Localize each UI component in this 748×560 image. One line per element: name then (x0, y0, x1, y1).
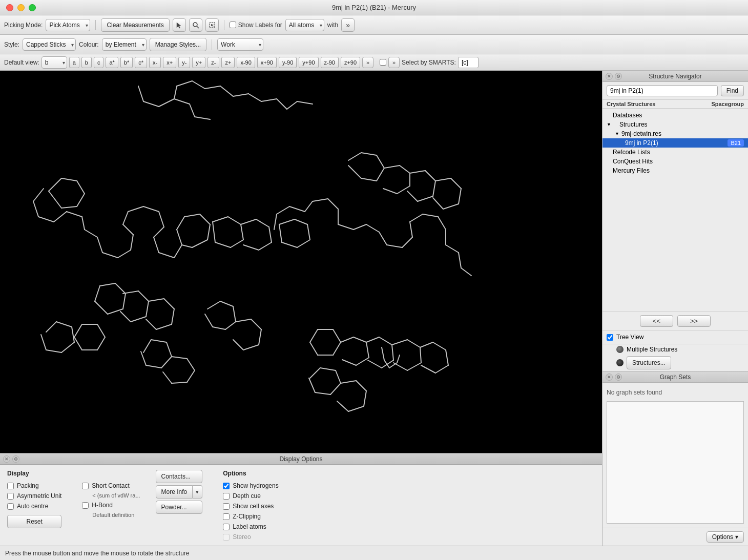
maximize-button[interactable] (29, 4, 36, 11)
struct-nav-gear[interactable]: ⚙ (615, 73, 622, 80)
view-z90[interactable]: z+90 (341, 57, 360, 68)
minimize-button[interactable] (17, 4, 25, 11)
svg-line-171 (205, 314, 213, 327)
next-button[interactable]: >> (677, 315, 711, 327)
auto-centre-checkbox[interactable] (7, 503, 14, 510)
svg-line-55 (241, 224, 243, 240)
style-select[interactable]: Capped Sticks (23, 38, 76, 51)
databases-label: Databases (613, 112, 642, 119)
view-xminus[interactable]: x- (149, 57, 161, 68)
show-cell-axes-checkbox[interactable] (223, 503, 230, 510)
tree-item-refcode[interactable]: Refcode Lists (602, 148, 748, 157)
tree-item-9mj-selected[interactable]: 9mj in P2(1) B21 (602, 138, 748, 148)
z-clipping-label[interactable]: Z-Clipping (223, 513, 278, 520)
colour-select[interactable]: by Element (102, 38, 147, 51)
auto-centre-checkbox-label[interactable]: Auto centre (7, 503, 61, 510)
view-astar[interactable]: a* (106, 57, 118, 68)
show-labels-select[interactable]: All atoms (285, 19, 324, 31)
svg-line-25 (49, 191, 61, 208)
svg-line-29 (54, 212, 67, 222)
view-cstar[interactable]: c* (135, 57, 147, 68)
view-x-90[interactable]: x-90 (237, 57, 255, 68)
view-xplus[interactable]: x+ (163, 57, 176, 68)
close-button[interactable] (6, 4, 13, 11)
view-bstar[interactable]: b* (120, 57, 133, 68)
packing-checkbox[interactable] (7, 483, 14, 489)
hbond-checkbox-label[interactable]: H-Bond (82, 502, 140, 509)
view-c[interactable]: c (94, 57, 104, 68)
smarts-checkbox[interactable] (380, 59, 386, 66)
powder-button[interactable]: Powder... (156, 501, 203, 514)
view-yminus[interactable]: y- (178, 57, 190, 68)
show-hydrogens-checkbox[interactable] (223, 483, 230, 489)
asymmetric-unit-checkbox[interactable] (7, 493, 14, 500)
view-zminus[interactable]: z- (207, 57, 219, 68)
short-contact-checkbox-label[interactable]: Short Contact (82, 482, 140, 489)
search-icon-btn[interactable] (189, 18, 202, 32)
select-icon-btn[interactable] (205, 18, 219, 32)
tree-item-9mj-detwin[interactable]: ▼ 9mj-detwin.res (602, 129, 748, 138)
svg-line-4 (143, 101, 159, 107)
structures-button[interactable]: Structures... (627, 356, 671, 369)
show-labels-checkbox[interactable] (230, 22, 236, 28)
tree-item-structures[interactable]: ▼ Structures (602, 120, 748, 129)
svg-line-106 (146, 319, 156, 329)
view-x90[interactable]: x+90 (257, 57, 277, 68)
display-options-close[interactable]: ✕ (3, 455, 10, 463)
treeview-checkbox[interactable] (607, 334, 613, 341)
display-options-gear[interactable]: ⚙ (12, 455, 19, 463)
show-hydrogens-label[interactable]: Show hydrogens (223, 482, 278, 489)
right-panel: ✕ ⚙ Structure Navigator Find Crystal Str… (602, 71, 748, 546)
cursor-icon-btn[interactable] (173, 18, 186, 32)
with-label: with (327, 22, 338, 29)
view-expand2-button[interactable]: » (388, 57, 400, 68)
svg-line-14 (233, 94, 248, 96)
contacts-button[interactable]: Contacts... (156, 470, 203, 483)
graph-sets-close[interactable]: ✕ (606, 374, 613, 381)
struct-nav-close[interactable]: ✕ (606, 73, 613, 80)
picking-mode-select[interactable]: Pick Atoms (46, 19, 90, 31)
short-contact-checkbox[interactable] (82, 483, 89, 489)
prev-button[interactable]: << (640, 315, 673, 327)
graph-sets-options-button[interactable]: Options ▾ (707, 531, 744, 543)
view-zplus[interactable]: z+ (221, 57, 235, 68)
depth-cue-label[interactable]: Depth cue (223, 492, 278, 500)
view-y90[interactable]: y+90 (299, 57, 318, 68)
tree-item-databases[interactable]: Databases (602, 111, 748, 120)
show-labels-checkbox-label: Show Labels for (230, 22, 282, 29)
default-view-select[interactable]: b (41, 56, 67, 69)
view-y-90[interactable]: y-90 (279, 57, 297, 68)
view-expand-button[interactable]: » (362, 57, 373, 68)
more-info-button[interactable]: More Info (156, 485, 193, 499)
label-atoms-label[interactable]: Label atoms (223, 523, 278, 530)
svg-line-22 (77, 181, 85, 194)
view-z-90[interactable]: z-90 (321, 57, 339, 68)
more-info-arrow-button[interactable]: ▾ (193, 485, 202, 499)
asymmetric-unit-checkbox-label[interactable]: Asymmetric Unit (7, 492, 61, 500)
work-select[interactable]: Work (217, 38, 263, 51)
depth-cue-checkbox[interactable] (223, 493, 230, 500)
show-cell-axes-label[interactable]: Show cell axes (223, 503, 278, 510)
view-a[interactable]: a (69, 57, 79, 68)
multi-struct-icon (616, 346, 624, 353)
manage-styles-button[interactable]: Manage Styles... (150, 38, 206, 51)
struct-nav-search-input[interactable] (607, 85, 718, 96)
molecule-viewport[interactable] (0, 71, 602, 453)
sep1 (95, 20, 96, 30)
expand-toolbar-button[interactable]: » (341, 18, 355, 32)
view-yplus[interactable]: y+ (192, 57, 205, 68)
view-b[interactable]: b (81, 57, 92, 68)
reset-button[interactable]: Reset (7, 515, 61, 528)
tree-item-mercury[interactable]: Mercury Files (602, 166, 748, 175)
tree-item-conquest[interactable]: ConQuest Hits (602, 157, 748, 166)
clear-measurements-button[interactable]: Clear Measurements (101, 18, 169, 32)
window-controls (6, 4, 36, 11)
z-clipping-checkbox[interactable] (223, 513, 230, 520)
svg-line-199 (451, 178, 461, 189)
hbond-checkbox[interactable] (82, 502, 89, 509)
label-atoms-checkbox[interactable] (223, 524, 230, 530)
packing-checkbox-label[interactable]: Packing (7, 482, 61, 489)
graph-sets-gear[interactable]: ⚙ (615, 374, 622, 381)
stereo-label[interactable]: Stereo (223, 533, 278, 541)
find-button[interactable]: Find (721, 85, 744, 96)
